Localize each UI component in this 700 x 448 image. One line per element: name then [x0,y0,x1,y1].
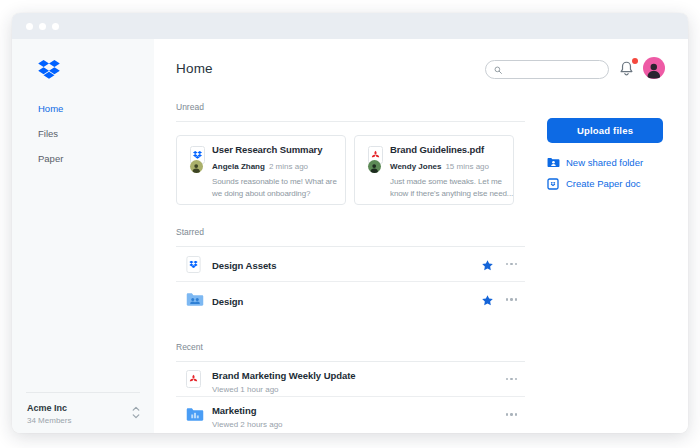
person-silhouette-icon [645,60,663,79]
row-title: Design [212,296,243,307]
card-author: Angela Zhang [212,162,265,171]
notifications-bell-icon[interactable] [618,60,637,79]
row-title: Design Assets [212,260,276,271]
create-paper-doc-icon [547,178,559,190]
card-timestamp: 15 mins ago [445,162,489,171]
row-subtitle: Viewed 1 hour ago [212,385,504,394]
unread-card[interactable]: User Research Summary Angela Zhang 2 min… [176,135,346,205]
shared-folder-icon [186,292,204,307]
divider [26,392,140,393]
card-message: Just made some tweaks. Let me know if th… [390,176,518,200]
starred-row[interactable]: Design [176,282,525,317]
folder-chart-icon [186,407,204,422]
recent-row[interactable]: Marketing Viewed 2 hours ago [176,397,525,432]
pdf-file-icon [186,370,201,388]
new-shared-folder-icon [547,157,560,168]
team-selector[interactable]: Acme Inc 34 Members [12,392,154,425]
sidebar-item-files[interactable]: Files [12,121,154,146]
card-title: User Research Summary [212,144,322,155]
search-input[interactable] [507,65,597,75]
unread-card[interactable]: Brand Guidelines.pdf Wendy Jones 15 mins… [354,135,514,205]
sidebar: Home Files Paper Acme Inc 34 Members [12,39,154,433]
new-shared-folder-link[interactable]: New shared folder [547,152,665,173]
window-control-dot[interactable] [26,23,33,30]
starred-row[interactable]: Design Assets [176,247,525,282]
window-control-dot[interactable] [39,23,46,30]
sidebar-item-home[interactable]: Home [12,96,154,121]
sidebar-item-paper[interactable]: Paper [12,146,154,171]
author-avatar [368,160,381,173]
main-content: Home Unread [154,39,688,433]
card-author: Wendy Jones [390,162,441,171]
search-bar[interactable] [485,60,609,79]
section-label: Recent [176,341,525,354]
paper-doc-icon [186,256,201,273]
section-label: Starred [176,226,525,239]
section-starred: Starred Design Assets [176,226,525,317]
person-silhouette-icon [369,162,379,173]
sidebar-nav: Home Files Paper [12,96,154,171]
action-link-label: Create Paper doc [566,178,640,189]
window-control-dot[interactable] [52,23,59,30]
more-options-icon[interactable] [504,294,520,305]
section-label: Unread [176,101,525,114]
row-title: Marketing [212,405,256,416]
team-switcher-chevrons-icon[interactable] [132,406,140,419]
more-options-icon[interactable] [504,374,520,385]
row-title: Brand Marketing Weekly Update [212,370,356,381]
person-silhouette-icon [191,162,201,173]
section-recent: Recent Bra [176,341,525,432]
more-options-icon[interactable] [504,259,520,270]
card-timestamp: 2 mins ago [269,162,308,171]
window-titlebar[interactable] [12,13,688,39]
section-unread: Unread User Research Summary [176,101,525,205]
divider [176,121,525,122]
upload-files-button[interactable]: Upload files [547,118,663,143]
app-window: Home Files Paper Acme Inc 34 Members Hom… [12,13,688,433]
row-subtitle: Viewed 2 hours ago [212,420,504,429]
card-message: Sounds reasonable to me! What are we doi… [212,176,340,200]
page-title: Home [176,61,213,76]
desktop-background: Home Files Paper Acme Inc 34 Members Hom… [0,0,700,448]
notification-badge [632,58,638,64]
actions-panel: Upload files New shared folder [547,118,665,194]
dropbox-logo-icon[interactable] [38,60,60,79]
action-link-label: New shared folder [566,157,643,168]
more-options-icon[interactable] [504,409,520,420]
recent-row[interactable]: Brand Marketing Weekly Update Viewed 1 h… [176,362,525,397]
star-icon[interactable] [481,258,494,271]
user-avatar[interactable] [643,57,665,79]
author-avatar [190,160,203,173]
card-title: Brand Guidelines.pdf [390,144,484,155]
create-paper-doc-link[interactable]: Create Paper doc [547,173,665,194]
star-icon[interactable] [481,293,494,306]
search-icon [493,65,503,75]
